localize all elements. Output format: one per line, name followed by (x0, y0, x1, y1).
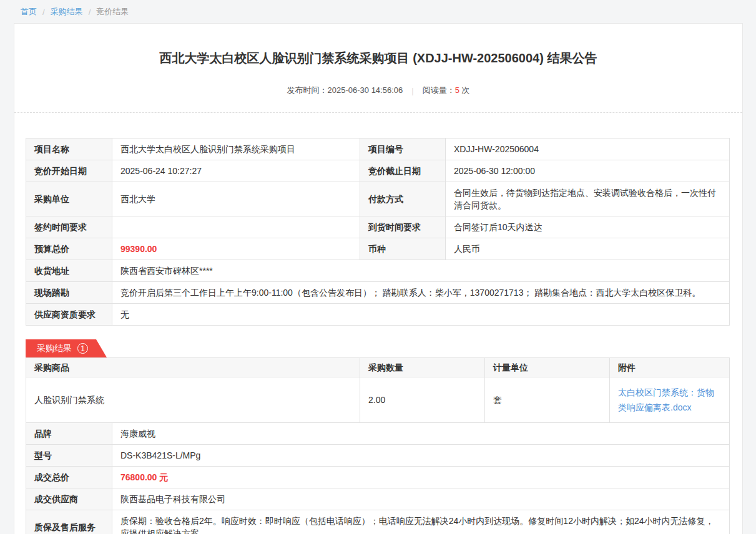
currency-value: 人民币 (446, 238, 730, 260)
site-survey-value: 竞价开启后第三个工作日上午上午9:00-11:00（包含公告发布日）； 踏勘联系… (112, 282, 730, 304)
budget-total-value: 99390.00 (112, 238, 360, 260)
deal-total-price-label: 成交总价 (26, 467, 112, 488)
signing-time-label: 签约时间要求 (26, 216, 112, 238)
bid-start-label: 竞价开始日期 (26, 160, 112, 182)
table-row: 成交供应商 陕西基品电子科技有限公司 (26, 488, 730, 510)
delivery-time-value: 合同签订后10天内送达 (446, 216, 730, 238)
bid-deadline-label: 竞价截止日期 (360, 160, 446, 182)
project-info-table: 项目名称 西北大学太白校区人脸识别门禁系统采购项目 项目编号 XDJJ-HW-2… (26, 138, 730, 326)
breadcrumb-separator: / (42, 7, 45, 17)
publish-time-value: 2025-06-30 14:56:06 (328, 85, 403, 95)
bid-start-value: 2025-06-24 10:27:27 (112, 160, 360, 182)
breadcrumb-purchase-results-link[interactable]: 采购结果 (51, 6, 83, 17)
table-row: 预算总价 99390.00 币种 人民币 (26, 238, 730, 260)
page-title: 西北大学太白校区人脸识别门禁系统采购项目 (XDJJ-HW-202506004)… (52, 50, 705, 66)
site-survey-label: 现场踏勘 (26, 282, 112, 304)
meta-divider: | (411, 86, 413, 95)
budget-total-label: 预算总价 (26, 238, 112, 260)
winning-supplier-label: 成交供应商 (26, 488, 112, 510)
product-unit-cell: 套 (485, 377, 610, 423)
table-row: 采购单位 西北大学 付款方式 合同生效后，待货物到达指定地点、安装调试验收合格后… (26, 182, 730, 216)
breadcrumb-home-link[interactable]: 首页 (21, 6, 37, 17)
product-column-header: 采购商品 (26, 358, 360, 377)
purchase-result-badge-label: 采购结果 (37, 343, 72, 354)
purchase-result-count-badge: 1 (77, 343, 88, 354)
table-row: 型号 DS-K3B421S-L/MPg (26, 445, 730, 467)
product-table: 采购商品 采购数量 计量单位 附件 人脸识别门禁系统 2.00 套 太白校区门禁… (26, 357, 730, 423)
supplier-qualification-value: 无 (112, 304, 730, 326)
read-count-label: 阅读量： (423, 85, 455, 95)
title-block: 西北大学太白校区人脸识别门禁系统采购项目 (XDJJ-HW-202506004)… (14, 24, 742, 112)
purchase-result-badge: 采购结果 1 (26, 339, 107, 357)
project-name-value: 西北大学太白校区人脸识别门禁系统采购项目 (112, 138, 360, 160)
purchaser-value: 西北大学 (112, 182, 360, 216)
read-count-unit: 次 (461, 85, 469, 95)
payment-method-value: 合同生效后，待货物到达指定地点、安装调试验收合格后，一次性付清合同货款。 (446, 182, 730, 216)
breadcrumb-current-page: 竞价结果 (96, 6, 129, 17)
brand-label: 品牌 (26, 423, 112, 445)
product-attachment-cell: 太白校区门禁系统：货物类响应偏离表.docx (610, 377, 730, 423)
model-value: DS-K3B421S-L/MPg (112, 445, 730, 467)
attachment-docx-link[interactable]: 太白校区门禁系统：货物类响应偏离表.docx (618, 385, 721, 415)
product-table-header-row: 采购商品 采购数量 计量单位 附件 (26, 358, 730, 377)
announcement-meta: 发布时间：2025-06-30 14:56:06 | 阅读量：5 次 (14, 85, 742, 112)
breadcrumb-separator: / (89, 7, 91, 17)
table-row: 品牌 海康威视 (26, 423, 730, 445)
read-count-value: 5 (455, 85, 459, 95)
table-row: 供应商资质要求 无 (26, 304, 730, 326)
publish-time: 发布时间：2025-06-30 14:56:06 (287, 85, 403, 96)
delivery-address-label: 收货地址 (26, 260, 112, 282)
delivery-time-label: 到货时间要求 (360, 216, 446, 238)
payment-method-label: 付款方式 (360, 182, 446, 216)
card-content: 项目名称 西北大学太白校区人脸识别门禁系统采购项目 项目编号 XDJJ-HW-2… (14, 113, 742, 534)
deal-total-price-value: 76800.00 元 (112, 467, 730, 488)
model-label: 型号 (26, 445, 112, 467)
brand-value: 海康威视 (112, 423, 730, 445)
table-row: 签约时间要求 到货时间要求 合同签订后10天内送达 (26, 216, 730, 238)
table-row: 成交总价 76800.00 元 (26, 467, 730, 488)
publish-time-label: 发布时间： (287, 85, 328, 95)
table-row: 质保及售后服务 质保期：验收合格后2年。响应时效：即时响应（包括电话响应）；电话… (26, 510, 730, 534)
product-row: 人脸识别门禁系统 2.00 套 太白校区门禁系统：货物类响应偏离表.docx (26, 377, 730, 423)
table-row: 项目名称 西北大学太白校区人脸识别门禁系统采购项目 项目编号 XDJJ-HW-2… (26, 138, 730, 160)
project-number-label: 项目编号 (360, 138, 446, 160)
winning-supplier-value: 陕西基品电子科技有限公司 (112, 488, 730, 510)
purchaser-label: 采购单位 (26, 182, 112, 216)
supplier-qualification-label: 供应商资质要求 (26, 304, 112, 326)
breadcrumb: 首页 / 采购结果 / 竞价结果 (0, 0, 756, 23)
warranty-service-label: 质保及售后服务 (26, 510, 112, 534)
announcement-card: 西北大学太白校区人脸识别门禁系统采购项目 (XDJJ-HW-202506004)… (14, 23, 743, 534)
project-name-label: 项目名称 (26, 138, 112, 160)
table-row: 收货地址 陕西省西安市碑林区**** (26, 260, 730, 282)
signing-time-value (112, 216, 360, 238)
product-name-cell: 人脸识别门禁系统 (26, 377, 360, 423)
attachment-column-header: 附件 (610, 358, 730, 377)
project-number-value: XDJJ-HW-202506004 (446, 138, 730, 160)
bid-deadline-value: 2025-06-30 12:00:00 (446, 160, 730, 182)
delivery-address-value: 陕西省西安市碑林区**** (112, 260, 730, 282)
quantity-column-header: 采购数量 (360, 358, 485, 377)
table-row: 竞价开始日期 2025-06-24 10:27:27 竞价截止日期 2025-0… (26, 160, 730, 182)
unit-column-header: 计量单位 (485, 358, 610, 377)
result-detail-table: 品牌 海康威视 型号 DS-K3B421S-L/MPg 成交总价 76800.0… (26, 422, 730, 534)
product-quantity-cell: 2.00 (360, 377, 485, 423)
read-count: 阅读量：5 次 (423, 85, 470, 96)
warranty-service-value: 质保期：验收合格后2年。响应时效：即时响应（包括电话响应）；电话响应无法解决24… (112, 510, 730, 534)
table-row: 现场踏勘 竞价开启后第三个工作日上午上午9:00-11:00（包含公告发布日）；… (26, 282, 730, 304)
currency-label: 币种 (360, 238, 446, 260)
